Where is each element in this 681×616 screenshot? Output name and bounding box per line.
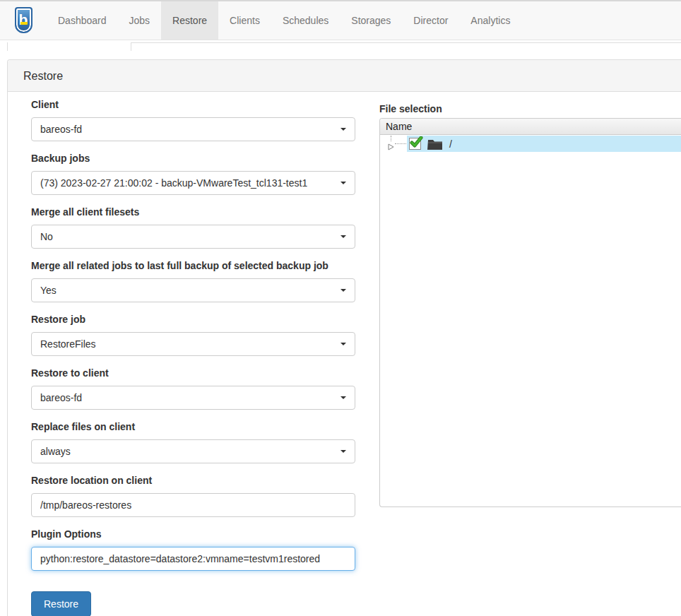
bareos-logo[interactable]: b [0,1,47,40]
restore-submit-button[interactable]: Restore [31,591,91,616]
restore-job-select[interactable]: RestoreFiles [31,332,355,356]
restore-to-client-select-value: bareos-fd [40,392,82,403]
tab-strip-border [131,42,681,43]
replace-files-select-value: always [40,446,71,457]
restore-location-label: Restore location on client [31,475,355,486]
merge-filesets-select-value: No [40,231,53,242]
nav-item-analytics[interactable]: Analytics [459,1,521,40]
restore-to-client-label: Restore to client [31,367,355,379]
replace-files-select[interactable]: always [31,439,355,463]
tree-row-selected[interactable]: / [407,136,681,152]
logo-letter: b [16,11,31,29]
nav-item-restore[interactable]: Restore [161,1,218,40]
folder-icon [427,138,443,150]
nav-item-clients[interactable]: Clients [218,1,271,40]
merge-related-jobs-select[interactable]: Yes [31,278,355,302]
backup-jobs-label: Backup jobs [31,153,355,164]
active-tab[interactable] [7,42,131,51]
client-select[interactable]: bareos-fd [31,117,355,141]
tree-column-header-name[interactable]: Name [380,119,681,135]
merge-filesets-select[interactable]: No [31,225,355,249]
caret-down-icon [340,343,346,345]
plugin-options-label: Plugin Options [31,528,355,540]
main-navbar: b Dashboard Jobs Restore Clients Schedul… [0,1,681,40]
restore-location-input[interactable] [31,493,355,517]
nav-items: Dashboard Jobs Restore Clients Schedules… [47,1,521,40]
restore-to-client-select[interactable]: bareos-fd [31,386,355,410]
tab-strip [0,42,681,51]
nav-item-storages[interactable]: Storages [340,1,402,40]
caret-down-icon [340,182,346,184]
nav-item-director[interactable]: Director [402,1,459,40]
tree-connector [380,136,407,152]
caret-down-icon [340,235,346,238]
bareos-shield-icon: b [15,7,32,33]
client-select-value: bareos-fd [40,124,82,135]
checkbox-checked-icon[interactable] [409,138,421,150]
panel-title: Restore [8,60,681,92]
backup-jobs-select-value: (73) 2023-02-27 21:00:02 - backup-VMware… [40,177,307,189]
nav-item-schedules[interactable]: Schedules [271,1,340,40]
client-label: Client [31,99,355,110]
backup-jobs-select[interactable]: (73) 2023-02-27 21:00:02 - backup-VMware… [31,171,355,195]
merge-related-jobs-select-value: Yes [40,285,57,296]
caret-down-icon [340,450,346,453]
restore-form: Client bareos-fd Backup jobs (73) 2023-0… [31,99,355,616]
restore-job-label: Restore job [31,314,355,325]
nav-item-dashboard[interactable]: Dashboard [47,1,118,40]
logo-yellow-bar [20,22,28,25]
merge-related-jobs-label: Merge all related jobs to last full back… [31,260,355,271]
nav-item-jobs[interactable]: Jobs [118,1,162,40]
merge-filesets-label: Merge all client filesets [31,206,355,218]
expand-toggle-icon[interactable] [388,141,394,153]
file-selection-tree: Name / [379,118,681,507]
tree-row: / [380,136,681,152]
restore-job-select-value: RestoreFiles [40,338,96,350]
caret-down-icon [340,128,346,131]
file-selection-title: File selection [379,103,442,114]
caret-down-icon [340,396,346,399]
plugin-options-input[interactable] [31,547,355,571]
tree-node-label[interactable]: / [449,138,452,150]
caret-down-icon [340,289,346,292]
replace-files-label: Replace files on client [31,421,355,432]
